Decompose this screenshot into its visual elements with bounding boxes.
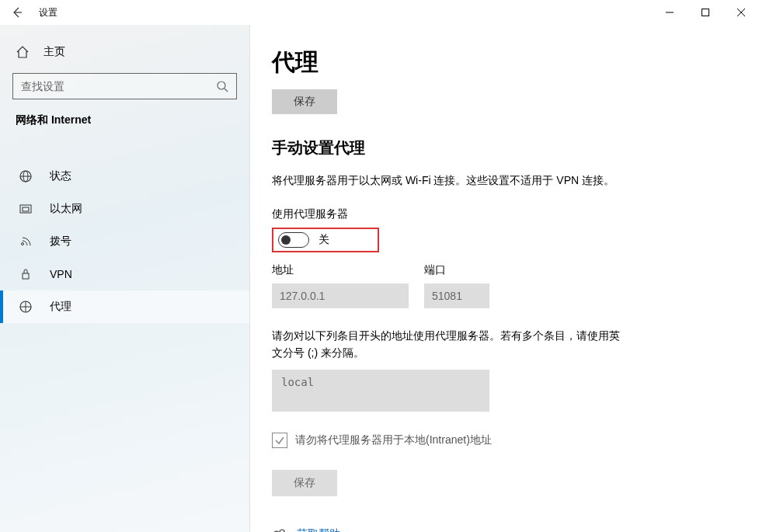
search-input[interactable] bbox=[21, 80, 216, 92]
sidebar: 主页 网络和 Internet 状态 以太网 拨号 VPN bbox=[0, 25, 250, 532]
svg-rect-11 bbox=[23, 207, 29, 211]
svg-point-5 bbox=[218, 82, 225, 89]
nav-status[interactable]: 状态 bbox=[0, 160, 249, 193]
status-icon bbox=[19, 169, 33, 183]
address-input[interactable] bbox=[272, 283, 409, 308]
port-label: 端口 bbox=[424, 263, 489, 277]
titlebar-left: 设置 bbox=[0, 0, 57, 25]
category-label: 网络和 Internet bbox=[0, 113, 249, 138]
get-help-label: 获取帮助 bbox=[297, 527, 340, 532]
home-link[interactable]: 主页 bbox=[0, 39, 249, 68]
help-icon bbox=[272, 527, 286, 532]
toggle-state-label: 关 bbox=[319, 233, 329, 247]
nav-proxy-label: 代理 bbox=[50, 300, 71, 314]
window-controls bbox=[652, 0, 759, 25]
home-label: 主页 bbox=[44, 45, 65, 59]
port-input[interactable] bbox=[424, 283, 489, 308]
section-description: 将代理服务器用于以太网或 Wi-Fi 连接。这些设置不适用于 VPN 连接。 bbox=[272, 172, 734, 189]
back-button[interactable] bbox=[0, 0, 34, 25]
nav-list: 状态 以太网 拨号 VPN 代理 bbox=[0, 160, 249, 323]
bypass-description: 请勿对以下列条目开头的地址使用代理服务器。若有多个条目，请使用英文分号 (;) … bbox=[272, 327, 629, 362]
nav-ethernet-label: 以太网 bbox=[50, 202, 82, 216]
close-icon bbox=[737, 9, 745, 16]
search-box[interactable] bbox=[12, 73, 237, 99]
nav-status-label: 状态 bbox=[50, 169, 71, 183]
port-column: 端口 bbox=[424, 263, 489, 308]
home-icon bbox=[16, 45, 30, 59]
search-icon bbox=[216, 80, 228, 92]
minimize-button[interactable] bbox=[652, 0, 688, 25]
proxy-toggle-row: 关 bbox=[272, 228, 379, 252]
intranet-checkbox[interactable] bbox=[272, 433, 287, 448]
main-content: 代理 保存 手动设置代理 将代理服务器用于以太网或 Wi-Fi 连接。这些设置不… bbox=[250, 25, 759, 532]
back-arrow-icon bbox=[11, 6, 23, 19]
intranet-checkbox-label: 请勿将代理服务器用于本地(Intranet)地址 bbox=[295, 433, 492, 447]
maximize-button[interactable] bbox=[688, 0, 723, 25]
close-button[interactable] bbox=[723, 0, 759, 25]
svg-rect-13 bbox=[23, 273, 29, 279]
vpn-icon bbox=[19, 267, 33, 281]
nav-ethernet[interactable]: 以太网 bbox=[0, 193, 249, 225]
svg-rect-2 bbox=[702, 9, 709, 16]
checkmark-icon bbox=[274, 435, 285, 446]
save-button-bottom[interactable]: 保存 bbox=[272, 470, 337, 496]
maximize-icon bbox=[702, 9, 709, 16]
section-header: 手动设置代理 bbox=[272, 137, 734, 158]
bypass-textarea[interactable] bbox=[272, 370, 489, 412]
nav-vpn[interactable]: VPN bbox=[0, 258, 249, 290]
use-proxy-label: 使用代理服务器 bbox=[272, 207, 734, 221]
titlebar: 设置 bbox=[0, 0, 759, 25]
page-title: 代理 bbox=[272, 47, 734, 78]
intranet-checkbox-row: 请勿将代理服务器用于本地(Intranet)地址 bbox=[272, 433, 734, 448]
window-title: 设置 bbox=[39, 6, 57, 19]
address-label: 地址 bbox=[272, 263, 409, 277]
get-help-link[interactable]: 获取帮助 bbox=[272, 527, 734, 532]
save-button-top[interactable]: 保存 bbox=[272, 89, 337, 114]
minimize-icon bbox=[666, 9, 674, 16]
toggle-knob bbox=[281, 235, 291, 245]
address-port-row: 地址 端口 bbox=[272, 263, 734, 308]
nav-proxy[interactable]: 代理 bbox=[0, 290, 249, 323]
ethernet-icon bbox=[19, 202, 33, 216]
nav-dialup[interactable]: 拨号 bbox=[0, 225, 249, 258]
dialup-icon bbox=[19, 235, 33, 249]
proxy-icon bbox=[19, 300, 33, 314]
nav-vpn-label: VPN bbox=[50, 268, 72, 280]
svg-line-6 bbox=[225, 89, 228, 92]
svg-point-12 bbox=[22, 243, 24, 245]
proxy-toggle[interactable] bbox=[278, 232, 309, 248]
nav-dialup-label: 拨号 bbox=[50, 235, 71, 249]
address-column: 地址 bbox=[272, 263, 409, 308]
